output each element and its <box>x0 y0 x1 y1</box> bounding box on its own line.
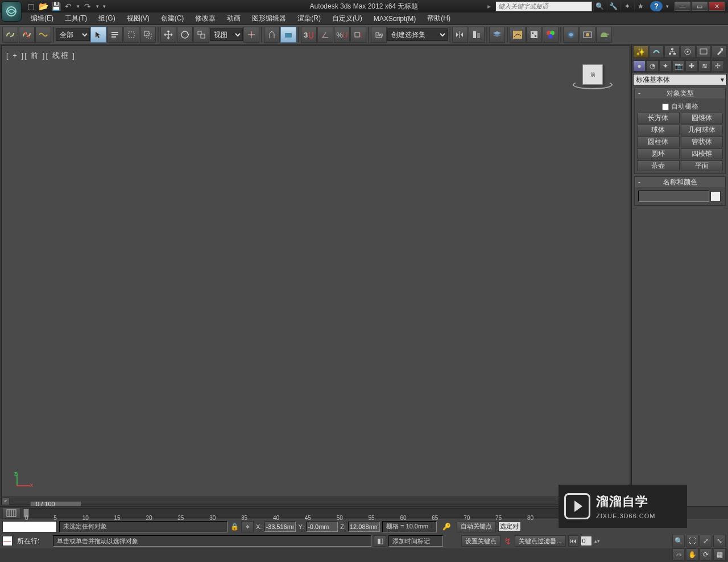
utilities-tab-icon[interactable] <box>712 46 727 58</box>
zoom-extents-icon[interactable]: ⤢ <box>700 535 712 547</box>
tube-button[interactable]: 管状体 <box>681 137 723 147</box>
box-button[interactable]: 长方体 <box>637 113 680 123</box>
unlink-icon[interactable] <box>19 27 35 43</box>
exchange-icon[interactable]: ✦ <box>621 1 633 11</box>
undo-icon[interactable]: ↶ <box>63 1 74 11</box>
pan-icon[interactable]: ✋ <box>686 548 698 561</box>
curve-editor-icon[interactable] <box>510 27 526 43</box>
hierarchy-tab-icon[interactable] <box>664 46 680 58</box>
setkey-button[interactable]: 设置关键点 <box>461 535 500 547</box>
object-type-header[interactable]: 对象类型 <box>635 88 725 98</box>
helpers-category-icon[interactable]: ✚ <box>685 60 698 72</box>
subcategory-combo[interactable]: 标准基本体▾ <box>633 74 727 85</box>
menu-grapheditors[interactable]: 图形编辑器 <box>246 13 292 24</box>
spinner-snap-icon[interactable] <box>350 27 366 43</box>
maximize-viewport-icon[interactable]: ▦ <box>713 548 726 561</box>
plane-button[interactable]: 平面 <box>681 160 723 171</box>
menu-tools[interactable]: 工具(T) <box>59 13 93 24</box>
object-name-input[interactable] <box>638 191 709 202</box>
percent-snap-icon[interactable]: % <box>334 27 350 43</box>
manipulate-icon[interactable] <box>264 27 280 43</box>
layer-manager-icon[interactable] <box>489 27 505 43</box>
menu-view[interactable]: 视图(V) <box>121 13 155 24</box>
menu-help[interactable]: 帮助(H) <box>421 13 456 24</box>
torus-button[interactable]: 圆环 <box>637 148 680 159</box>
menu-modifiers[interactable]: 修改器 <box>189 13 221 24</box>
scale-icon[interactable] <box>193 27 209 43</box>
timeslider-prev-icon[interactable]: < <box>2 497 10 505</box>
time-config-icon[interactable] <box>2 507 20 519</box>
zoom-icon[interactable]: 🔍 <box>672 535 685 547</box>
favorites-icon[interactable]: ★ <box>634 1 647 11</box>
key-icon[interactable]: 🔑 <box>442 523 451 531</box>
spinner-arrows-icon[interactable]: ▴▾ <box>594 538 600 544</box>
use-pivot-icon[interactable] <box>243 27 259 43</box>
qat-customize-icon[interactable]: ▾ <box>101 1 107 11</box>
viewcube[interactable]: 前 <box>573 63 613 92</box>
key-filters-button[interactable]: 关键点过滤器... <box>515 535 565 547</box>
ref-coord-combo[interactable]: 视图 <box>210 28 243 41</box>
orbit-icon[interactable]: ⟳ <box>700 548 712 561</box>
menu-edit[interactable]: 编辑(E) <box>25 13 59 24</box>
open-file-icon[interactable]: 📂 <box>38 1 49 11</box>
cylinder-button[interactable]: 圆柱体 <box>637 137 680 147</box>
lock-selection-icon[interactable]: 🔒 <box>230 522 239 531</box>
object-color-swatch[interactable] <box>710 191 721 201</box>
snap-toggle-icon[interactable]: 3 <box>301 27 317 43</box>
render-icon[interactable] <box>596 27 612 43</box>
redo-icon[interactable]: ↷ <box>82 1 93 11</box>
move-icon[interactable] <box>160 27 176 43</box>
bind-spacewarp-icon[interactable] <box>35 27 51 43</box>
help-dropdown-icon[interactable]: ▾ <box>666 3 669 9</box>
app-menu-icon[interactable] <box>1 1 22 22</box>
systems-category-icon[interactable]: ✢ <box>712 60 724 72</box>
rect-select-region-icon[interactable] <box>123 27 139 43</box>
z-coord-input[interactable] <box>348 522 380 532</box>
new-file-icon[interactable]: ▢ <box>25 1 36 11</box>
goto-start-icon[interactable]: ⏮ <box>568 535 578 547</box>
create-tab-icon[interactable]: ✨ <box>633 46 648 58</box>
select-by-name-icon[interactable] <box>107 27 123 43</box>
autokey-button[interactable]: 自动关键点 <box>457 521 496 532</box>
display-tab-icon[interactable] <box>696 46 712 58</box>
sphere-button[interactable]: 球体 <box>637 125 680 135</box>
menu-create[interactable]: 创建(C) <box>155 13 190 24</box>
named-selection-combo[interactable]: 创建选择集 <box>387 28 448 41</box>
geometry-category-icon[interactable]: ● <box>633 60 646 72</box>
pyramid-button[interactable]: 四棱锥 <box>681 148 723 159</box>
fov-icon[interactable]: ▱ <box>672 548 685 561</box>
select-object-icon[interactable] <box>90 27 106 43</box>
script-listener-mini[interactable] <box>2 521 57 532</box>
x-coord-input[interactable] <box>264 522 296 532</box>
setkey-large-icon[interactable]: ↯ <box>504 536 511 547</box>
link-icon[interactable] <box>2 27 18 43</box>
keyboard-shortcut-icon[interactable] <box>280 27 296 43</box>
save-file-icon[interactable]: 💾 <box>50 1 61 11</box>
name-color-header[interactable]: 名称和颜色 <box>635 177 725 187</box>
align-icon[interactable] <box>469 27 485 43</box>
maximize-button[interactable]: ▭ <box>692 2 708 11</box>
cameras-category-icon[interactable]: 📷 <box>672 60 685 72</box>
undo-dropdown-icon[interactable]: ▾ <box>75 1 81 11</box>
subscription-icon[interactable]: 🔧 <box>607 1 619 11</box>
shapes-category-icon[interactable]: ◔ <box>646 60 659 72</box>
window-crossing-icon[interactable] <box>140 27 156 43</box>
viewcube-ring[interactable] <box>573 80 613 89</box>
menu-customize[interactable]: 自定义(U) <box>326 13 368 24</box>
zoom-all-icon[interactable]: ⛶ <box>686 535 698 547</box>
lights-category-icon[interactable]: ✦ <box>659 60 672 72</box>
spacewarps-category-icon[interactable]: ≋ <box>698 60 711 72</box>
selection-filter-combo[interactable]: 全部 <box>56 28 90 41</box>
render-frame-icon[interactable] <box>580 27 595 43</box>
named-selection-edit-icon[interactable]: ABC <box>371 27 387 43</box>
angle-snap-icon[interactable] <box>317 27 333 43</box>
teapot-button[interactable]: 茶壶 <box>637 160 680 171</box>
menu-maxscript[interactable]: MAXScript(M) <box>368 13 422 24</box>
material-editor-icon[interactable] <box>543 27 559 43</box>
help-icon[interactable]: ? <box>650 1 663 11</box>
title-arrow-icon[interactable]: ▸ <box>487 2 494 10</box>
redo-dropdown-icon[interactable]: ▾ <box>94 1 100 11</box>
mirror-icon[interactable] <box>452 27 468 43</box>
isolate-toggle-icon[interactable]: ◧ <box>374 535 386 547</box>
menu-animation[interactable]: 动画 <box>221 13 246 24</box>
